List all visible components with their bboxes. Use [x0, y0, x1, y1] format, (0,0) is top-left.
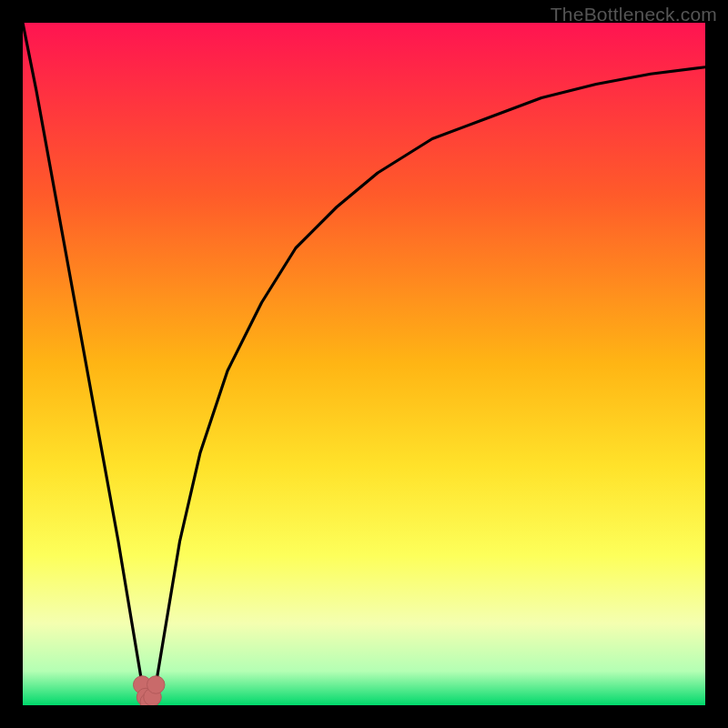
gradient-background [23, 23, 705, 705]
chart-frame: TheBottleneck.com [0, 0, 728, 728]
curve-marker [147, 676, 166, 694]
plot-area [23, 23, 705, 705]
watermark-text: TheBottleneck.com [551, 4, 717, 25]
bottleneck-chart-svg [23, 23, 705, 705]
curve-markers [134, 676, 166, 705]
